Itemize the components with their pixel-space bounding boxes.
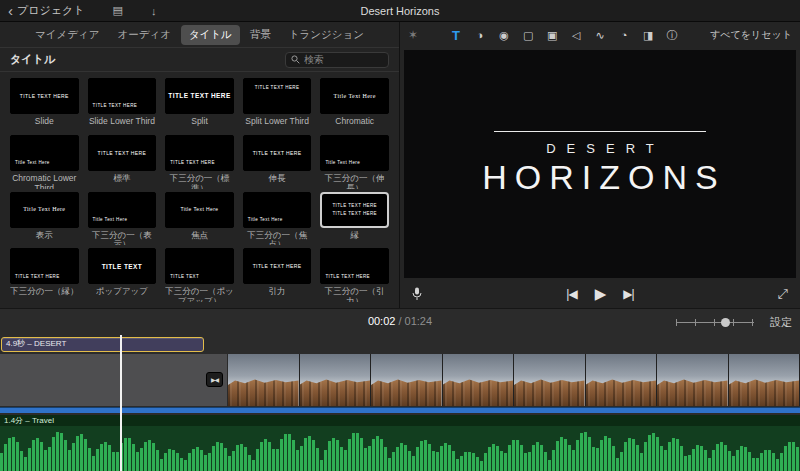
back-to-projects-button[interactable]: ‹ プロジェクト [8, 3, 85, 18]
media-tab[interactable]: 背景 [242, 25, 279, 45]
timeline-settings-button[interactable]: 設定 [770, 315, 792, 330]
waveform-bar [224, 448, 227, 471]
clip-filter-icon[interactable]: ◨ [641, 30, 655, 41]
title-template-item[interactable]: Title Text Here Chromatic [320, 78, 389, 132]
stabilization-icon[interactable]: ▣ [545, 30, 559, 41]
title-template-name: 縁 [350, 231, 359, 241]
waveform-bar [184, 460, 187, 471]
waveform-bar [212, 446, 215, 471]
title-template-item[interactable]: TITLE TEXT HERE 標準 [88, 135, 157, 189]
waveform-bar [200, 450, 203, 471]
waveform-bar [588, 437, 591, 471]
waveform-bar [524, 453, 527, 471]
waveform-bar [148, 440, 151, 471]
info-icon[interactable]: ⓘ [665, 30, 679, 41]
waveform-bar [628, 438, 631, 471]
fullscreen-icon[interactable]: ⤢ [778, 286, 788, 302]
thumbnail-cliffs [514, 379, 585, 406]
title-template-item[interactable]: TITLE TEXT ポップアップ [88, 248, 157, 302]
video-frame-thumbnail [443, 354, 515, 406]
video-clip[interactable] [228, 354, 800, 406]
title-template-item[interactable]: TITLE TEXT HERE 下三分の一（縁） [10, 248, 79, 302]
thumbnail-cliffs [228, 379, 299, 406]
title-template-item[interactable]: Title Text Here Chromatic Lower Third [10, 135, 79, 189]
title-template-item[interactable]: TITLE TEXT HERE 下三分の一（標準） [165, 135, 234, 189]
noise-reduction-icon[interactable]: ∿ [593, 30, 607, 41]
waveform-bar [244, 447, 247, 471]
transition-icon[interactable]: ▶◀ [206, 372, 223, 387]
playhead[interactable] [120, 335, 122, 471]
title-template-thumb-text: TITLE TEXT HERE [97, 149, 146, 158]
import-icon[interactable]: ↓ [151, 5, 157, 17]
title-template-item[interactable]: TITLE TEXT HERE Split Lower Third [243, 78, 312, 132]
title-template-thumbnail: TITLE TEXT HERE [243, 78, 312, 114]
title-template-item[interactable]: Title Text Here 下三分の一（焦点） [243, 192, 312, 246]
viewer[interactable]: DESERT HORIZONS [404, 50, 796, 278]
media-tab[interactable]: トランジション [281, 25, 372, 45]
title-template-thumbnail: TITLE TEXT HERE [88, 135, 157, 171]
volume-icon[interactable]: ◁ [569, 30, 583, 41]
background-clip[interactable] [0, 354, 228, 406]
zoom-slider-thumb[interactable] [721, 318, 730, 327]
search-field[interactable] [285, 52, 389, 68]
title-template-name: Chromatic Lower Third [10, 174, 79, 189]
waveform-bar [12, 437, 15, 471]
title-template-thumbnail: TITLE TEXT HERE [320, 248, 389, 284]
auto-enhance-icon[interactable]: ✶ [408, 28, 418, 42]
title-template-thumbnail: Title Text Here [320, 135, 389, 171]
waveform-bar [664, 450, 667, 471]
title-clip[interactable]: 4.9秒 – DESERT [1, 337, 204, 352]
waveform-bar [708, 458, 711, 471]
voiceover-mic-icon[interactable] [412, 287, 422, 301]
speed-icon[interactable]: ◔ [617, 30, 631, 41]
previous-frame-button[interactable]: |◀ [566, 285, 576, 303]
title-template-item[interactable]: TITLE TEXT 下三分の一（ポップアップ） [165, 248, 234, 302]
title-template-thumb-text: Title Text Here [15, 159, 50, 167]
title-template-item[interactable]: Title Text Here 下三分の一（表示） [88, 192, 157, 246]
media-tab[interactable]: タイトル [181, 25, 240, 45]
title-template-item[interactable]: TITLE TEXT HERE Slide Lower Third [88, 78, 157, 132]
search-input[interactable] [304, 54, 383, 65]
title-template-item[interactable]: TITLE TEXT HERE Split [165, 78, 234, 132]
title-template-item[interactable]: TITLE TEXT HERE 伸長 [243, 135, 312, 189]
preview-tool-group: T◑◉▢▣◁∿◔◨ⓘ [449, 29, 679, 42]
title-template-item[interactable]: Title Text Here 下三分の一（伸長） [320, 135, 389, 189]
timeline-tracks[interactable]: 4.9秒 – DESERT ▶◀ 1.4分 – Travel [0, 335, 800, 471]
color-balance-icon[interactable]: ◉ [497, 30, 511, 41]
title-template-item[interactable]: TITLE TEXT HERE 下三分の一（引力） [320, 248, 389, 302]
waveform-bar [668, 442, 671, 471]
title-template-item[interactable]: TITLE TEXT HERE TITLE TEXT HERE 縁 [320, 192, 389, 246]
waveform-bar [372, 439, 375, 471]
waveform-bar [28, 448, 31, 471]
title-template-item[interactable]: Title Text Here 焦点 [165, 192, 234, 246]
text-tool-icon[interactable]: T [449, 29, 463, 42]
titles-grid: TITLE TEXT HERE Slide TITLE TEXT HERE Sl… [0, 72, 399, 308]
waveform-bar [104, 442, 107, 471]
media-tab[interactable]: マイメディア [27, 25, 107, 45]
waveform-bar [416, 447, 419, 471]
play-button[interactable]: ▶ [595, 285, 606, 303]
title-template-thumb-text: TITLE TEXT HERE [20, 92, 69, 101]
media-tab[interactable]: オーディオ [109, 25, 178, 45]
waveform-bar [456, 459, 459, 471]
color-correction-icon[interactable]: ◑ [473, 30, 487, 41]
main-area: マイメディアオーディオタイトル背景トランジション タイトル TITLE TEXT… [0, 22, 800, 308]
waveform-bar [564, 439, 567, 471]
timeline-zoom-slider[interactable] [676, 317, 754, 328]
title-template-item[interactable]: Title Text Here 表示 [10, 192, 79, 246]
waveform-bar [52, 437, 55, 471]
waveform-bar [424, 440, 427, 471]
thumbnail-cliffs [443, 379, 514, 406]
waveform-bar [432, 451, 435, 471]
rendered-title: DESERT HORIZONS [474, 131, 725, 197]
crop-icon[interactable]: ▢ [521, 30, 535, 41]
media-browser-icon[interactable]: ▤ [113, 4, 123, 17]
next-frame-button[interactable]: ▶| [623, 285, 633, 303]
title-template-item[interactable]: TITLE TEXT HERE 引力 [243, 248, 312, 302]
waveform-bar [128, 438, 131, 471]
waveform-bar [612, 446, 615, 471]
browser-section-title: タイトル [10, 52, 55, 67]
title-template-name: 下三分の一（引力） [320, 287, 389, 302]
reset-all-button[interactable]: すべてをリセット [710, 28, 792, 42]
title-template-item[interactable]: TITLE TEXT HERE Slide [10, 78, 79, 132]
